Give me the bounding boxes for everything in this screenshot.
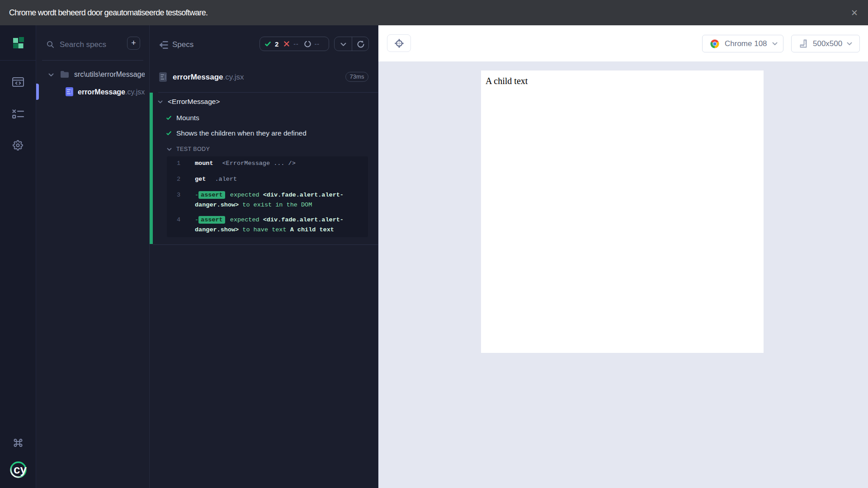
svg-text:cy: cy [14, 463, 27, 476]
